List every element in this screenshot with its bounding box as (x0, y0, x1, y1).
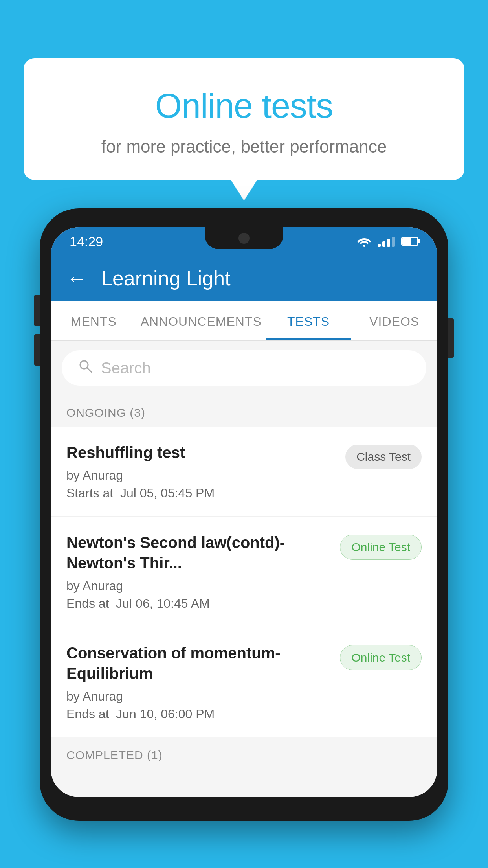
test-info-3: Conservation of momentum-Equilibrium by … (66, 643, 340, 721)
signal-icon (378, 236, 395, 247)
bubble-title: Online tests (47, 86, 441, 126)
battery-icon (401, 237, 418, 246)
tab-bar: MENTS ANNOUNCEMENTS TESTS VIDEOS (51, 301, 437, 341)
test-date-3: Ends at Jun 10, 06:00 PM (66, 707, 332, 721)
phone-notch (205, 227, 283, 249)
search-icon (77, 358, 93, 378)
search-container: Search (51, 341, 437, 395)
test-badge-1: Class Test (345, 445, 422, 469)
test-item-1[interactable]: Reshuffling test by Anurag Starts at Jul… (51, 427, 437, 517)
tab-tests[interactable]: TESTS (266, 301, 352, 340)
completed-section-header: COMPLETED (1) (51, 737, 437, 769)
phone-frame: 14:29 (40, 208, 448, 821)
test-info-1: Reshuffling test by Anurag Starts at Jul… (66, 442, 345, 500)
search-input[interactable]: Search (101, 359, 151, 377)
bubble-subtitle: for more practice, better performance (47, 137, 441, 156)
tab-ments[interactable]: MENTS (51, 301, 137, 340)
svg-point-0 (363, 245, 365, 247)
tests-list: Reshuffling test by Anurag Starts at Jul… (51, 427, 437, 737)
tab-announcements[interactable]: ANNOUNCEMENTS (137, 301, 266, 340)
app-header: ← Learning Light (51, 256, 437, 301)
phone-screen: 14:29 (51, 227, 437, 797)
test-author-2: by Anurag (66, 579, 332, 593)
test-info-2: Newton's Second law(contd)-Newton's Thir… (66, 532, 340, 611)
app-title: Learning Light (101, 267, 231, 290)
status-time: 14:29 (70, 234, 103, 249)
test-date-1: Starts at Jul 05, 05:45 PM (66, 486, 338, 500)
wifi-icon (357, 236, 371, 247)
back-button[interactable]: ← (66, 268, 87, 289)
phone-power-button (448, 318, 454, 358)
test-badge-3: Online Test (340, 645, 422, 670)
test-item-3[interactable]: Conservation of momentum-Equilibrium by … (51, 627, 437, 737)
test-name-3: Conservation of momentum-Equilibrium (66, 643, 332, 684)
test-date-2: Ends at Jul 06, 10:45 AM (66, 596, 332, 611)
search-bar[interactable]: Search (62, 350, 426, 386)
ongoing-section-header: ONGOING (3) (51, 395, 437, 427)
test-name-1: Reshuffling test (66, 442, 338, 463)
test-author-1: by Anurag (66, 468, 338, 483)
status-icons (357, 236, 418, 247)
completed-section-title: COMPLETED (1) (66, 748, 163, 761)
speech-bubble: Online tests for more practice, better p… (24, 58, 464, 180)
test-item-2[interactable]: Newton's Second law(contd)-Newton's Thir… (51, 517, 437, 627)
phone-vol-down (34, 334, 40, 366)
speech-bubble-container: Online tests for more practice, better p… (24, 58, 464, 180)
phone-camera (238, 233, 250, 244)
phone-container: 14:29 (40, 208, 448, 821)
svg-line-2 (87, 368, 92, 372)
ongoing-section-title: ONGOING (3) (66, 406, 145, 419)
tab-videos[interactable]: VIDEOS (351, 301, 437, 340)
test-badge-2: Online Test (340, 535, 422, 560)
test-name-2: Newton's Second law(contd)-Newton's Thir… (66, 532, 332, 573)
test-author-3: by Anurag (66, 689, 332, 704)
phone-vol-up (34, 295, 40, 326)
